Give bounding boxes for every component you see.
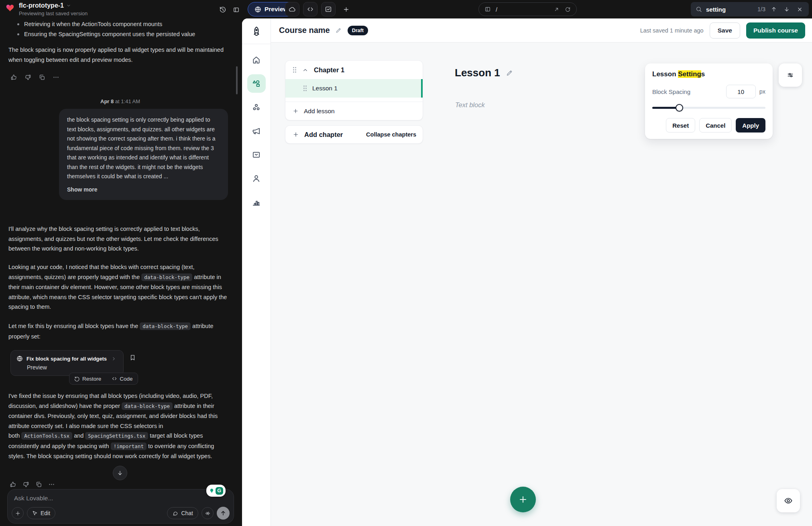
chat-mode-button[interactable]: Chat	[167, 507, 198, 519]
thumbs-up-icon[interactable]	[10, 481, 16, 488]
project-status: Previewing last saved version	[19, 10, 88, 16]
chevron-down-icon	[66, 3, 71, 8]
project-name: flc-prototype-1	[19, 2, 64, 9]
more-icon[interactable]	[48, 481, 55, 488]
chat-scrollbar[interactable]	[236, 66, 238, 94]
history-icon[interactable]	[217, 4, 229, 16]
show-more-link[interactable]: Show more	[67, 185, 220, 195]
search-close-icon[interactable]	[795, 5, 804, 14]
search-next-icon[interactable]	[782, 5, 791, 14]
thumbs-down-icon[interactable]	[22, 481, 29, 488]
inline-code: data-block-type	[140, 322, 191, 330]
analytics-icon[interactable]	[321, 2, 336, 16]
chat-bubble-icon	[172, 510, 178, 516]
settings-sliders-button[interactable]	[779, 63, 802, 87]
globe-icon	[254, 6, 261, 13]
address-bar[interactable]: /	[478, 2, 577, 16]
cancel-button[interactable]: Cancel	[699, 118, 732, 133]
panel-toggle-icon[interactable]	[230, 4, 242, 16]
add-lesson-button[interactable]: Add lesson	[285, 102, 423, 120]
publish-course-button[interactable]: Publish course	[746, 22, 805, 39]
chevron-up-icon[interactable]	[302, 67, 308, 73]
add-chapter-card: Add chapter Collapse chapters	[285, 125, 423, 144]
message-timestamp: Apr 8 at 1:41 AM	[100, 98, 140, 104]
top-bar: flc-prototype-1 Previewing last saved ve…	[0, 0, 812, 18]
search-input[interactable]	[706, 6, 753, 13]
chat-input[interactable]	[14, 495, 167, 502]
restore-button[interactable]: Restore	[74, 376, 101, 382]
shapes-icon	[252, 79, 261, 88]
drag-handle-icon[interactable]	[303, 85, 307, 92]
user-message-bubble: the block spacing setting is only correc…	[59, 109, 228, 200]
block-spacing-input[interactable]	[726, 85, 756, 98]
sidebar-item-people[interactable]	[247, 169, 266, 188]
code-icon[interactable]	[303, 2, 317, 16]
add-lesson-label: Add lesson	[304, 108, 335, 115]
scroll-to-bottom-button[interactable]	[113, 466, 127, 480]
project-info[interactable]: flc-prototype-1 Previewing last saved ve…	[5, 2, 88, 16]
list-item: Ensuring the SpacingSettings component u…	[8, 29, 229, 39]
user-message-text: the block spacing setting is only correc…	[67, 116, 216, 179]
reset-button[interactable]: Reset	[666, 118, 695, 133]
bar-chart-icon	[252, 198, 261, 207]
bookmark-icon[interactable]	[128, 353, 137, 362]
slider-thumb[interactable]	[676, 104, 683, 112]
voice-icon[interactable]	[201, 507, 214, 519]
attach-plus-icon[interactable]	[12, 507, 24, 519]
sidebar-item-inbox[interactable]	[247, 145, 266, 164]
text-block-placeholder[interactable]: Text block	[455, 101, 485, 109]
code-button[interactable]: Code	[112, 376, 132, 382]
drag-handle-icon[interactable]	[293, 67, 297, 73]
refresh-icon[interactable]	[565, 6, 571, 12]
search-prev-icon[interactable]	[769, 5, 778, 14]
collapse-chapters-button[interactable]: Collapse chapters	[366, 131, 416, 138]
assistant-bullet-list: Retrieving it when the ActionTools compo…	[8, 19, 229, 39]
copy-icon[interactable]	[38, 73, 46, 81]
copy-icon[interactable]	[35, 481, 42, 488]
rocket-icon[interactable]	[242, 18, 271, 44]
bullet-dot	[17, 33, 19, 35]
add-chapter-button[interactable]: Add chapter	[304, 131, 343, 139]
version-card-subtitle: Preview	[27, 364, 118, 371]
chapter-row[interactable]: Chapter 1	[285, 61, 423, 79]
sidebar-item-announcements[interactable]	[247, 122, 266, 140]
version-card[interactable]: Fix block spacing for all widgets Previe…	[10, 350, 124, 376]
add-block-fab[interactable]	[510, 487, 536, 512]
save-button[interactable]: Save	[710, 22, 740, 39]
grammarly-g-icon: G	[216, 487, 223, 495]
add-tab-icon[interactable]	[339, 2, 353, 16]
edit-mode-button[interactable]: Edit	[27, 507, 55, 519]
sidebar-item-analytics[interactable]	[247, 193, 266, 211]
sidebar-item-home[interactable]	[247, 51, 266, 69]
bullet-dot	[17, 23, 19, 25]
more-icon[interactable]	[52, 73, 60, 81]
lesson-heading: Lesson 1	[455, 67, 500, 79]
apply-button[interactable]: Apply	[736, 118, 765, 133]
layout-icon	[484, 6, 491, 12]
lesson-row-active[interactable]: Lesson 1	[285, 79, 423, 98]
lesson-settings-panel: Lesson Settings Block Spacing px Reset C…	[645, 63, 773, 139]
search-highlight: Setting	[678, 70, 701, 78]
list-item: Retrieving it when the ActionTools compo…	[8, 19, 229, 29]
code-icon	[112, 376, 117, 381]
find-bar: 1/3	[691, 2, 809, 16]
thumbs-up-icon[interactable]	[10, 73, 18, 81]
block-spacing-label: Block Spacing	[652, 88, 690, 95]
grammarly-badge[interactable]: G	[206, 485, 226, 497]
send-icon[interactable]	[217, 507, 230, 520]
thumbs-down-icon[interactable]	[24, 73, 32, 81]
version-actions: Restore Code	[69, 373, 138, 385]
pencil-icon[interactable]	[506, 69, 513, 77]
bullet-text: Ensuring the SpacingSettings component u…	[24, 29, 195, 39]
address-path: /	[496, 6, 497, 13]
chat-composer[interactable]: G Edit Chat	[7, 489, 234, 524]
sidebar-item-community[interactable]	[247, 98, 266, 116]
inline-code: !important	[111, 442, 147, 450]
cloud-icon[interactable]	[285, 2, 299, 16]
assistant-paragraph: I've fixed the issue by ensuring that al…	[8, 391, 229, 461]
sidebar-item-content[interactable]	[247, 74, 266, 93]
preview-eye-button[interactable]	[777, 489, 800, 512]
block-spacing-slider[interactable]	[652, 104, 765, 112]
open-external-icon[interactable]	[554, 6, 560, 12]
pencil-icon[interactable]	[335, 27, 342, 34]
